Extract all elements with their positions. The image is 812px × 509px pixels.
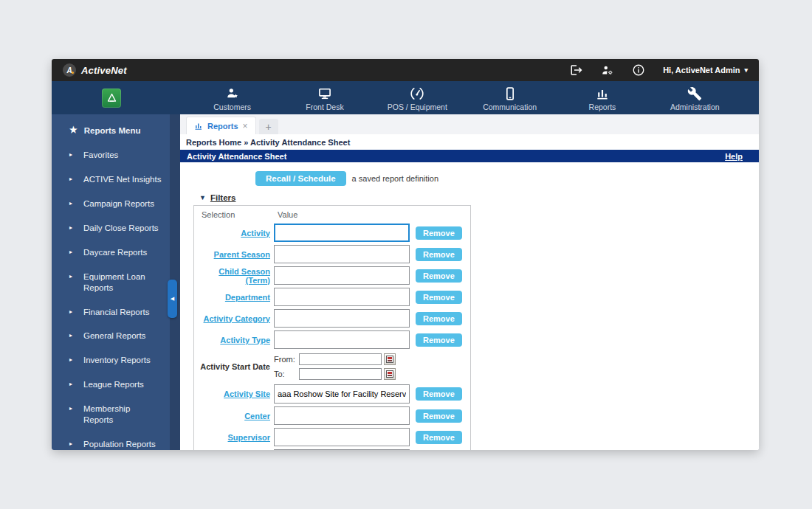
filter-label-link-center[interactable]: Center — [194, 412, 274, 420]
sidebar-item-league-reports[interactable]: ▸League Reports — [52, 373, 170, 397]
page-header-bar: Activity Attendance Sheet Help — [180, 150, 759, 162]
sidebar-item-daily-close-reports[interactable]: ▸Daily Close Reports — [52, 216, 170, 240]
calendar-picker-button[interactable] — [384, 353, 396, 365]
calendar-picker-button[interactable] — [384, 368, 396, 380]
nav-item-communication[interactable]: Communication — [479, 85, 541, 111]
filters-title: Filters — [210, 193, 236, 202]
filters-toggle[interactable]: ▼ Filters — [199, 193, 759, 202]
filter-label-link-activity-type[interactable]: Activity Type — [194, 336, 274, 344]
filter-label-link-activity[interactable]: Activity — [194, 229, 274, 238]
sidebar-item-label: Membership Reports — [83, 404, 162, 426]
bar-chart-icon — [194, 122, 203, 131]
info-icon[interactable] — [632, 63, 645, 77]
remove-button-activity-site[interactable]: Remove — [416, 387, 462, 401]
filter-value-input-department[interactable] — [274, 288, 410, 306]
filter-row-parent-season: Parent SeasonRemove — [194, 245, 470, 263]
filter-value-input-center[interactable] — [274, 406, 410, 425]
sidebar-collapse-handle[interactable]: ◀ — [168, 280, 177, 318]
expand-arrow-icon: ▸ — [69, 356, 77, 364]
filter-value-input-activity-category[interactable] — [274, 309, 410, 328]
tab-reports[interactable]: Reports × — [186, 117, 256, 134]
sidebar-strip: ◀ — [170, 114, 180, 450]
activenet-logo-icon: A — [63, 63, 76, 77]
column-header-selection: Selection — [194, 210, 278, 219]
filter-row-activity-site: Activity SiteRemove — [194, 384, 470, 404]
tab-close-icon[interactable]: × — [243, 121, 248, 131]
logout-icon[interactable] — [570, 63, 583, 77]
sidebar-item-label: Daily Close Reports — [83, 223, 159, 234]
module-nav: CustomersFront DeskPOS / EquipmentCommun… — [52, 81, 759, 114]
filter-label-link-department[interactable]: Department — [194, 293, 274, 302]
sidebar-item-general-reports[interactable]: ▸General Reports — [52, 324, 170, 348]
remove-button-parent-season[interactable]: Remove — [416, 248, 462, 261]
filter-value-input-parent-season[interactable] — [274, 245, 410, 263]
expand-arrow-icon: ▸ — [69, 151, 77, 159]
expand-arrow-icon: ▸ — [69, 332, 77, 339]
nav-item-label: Administration — [670, 103, 720, 111]
sidebar-item-label: Campaign Reports — [83, 198, 154, 210]
user-menu[interactable]: Hi, ActiveNet Admin ▾ — [663, 66, 748, 75]
main-area: ★Reports Menu▸Favorites▸ACTIVE Net Insig… — [52, 114, 759, 450]
filter-value-input-child-season-term[interactable] — [274, 266, 410, 285]
expand-arrow-icon: ▸ — [69, 176, 77, 183]
filter-value-input-row[interactable] — [274, 449, 410, 450]
sidebar-item-label: Population Reports — [83, 439, 156, 450]
sidebar-item-population-reports[interactable]: ▸Population Reports — [52, 432, 170, 450]
sidebar-item-financial-reports[interactable]: ▸Financial Reports — [52, 300, 170, 325]
breadcrumb[interactable]: Reports Home » Activity Attendance Sheet — [180, 134, 759, 150]
remove-button-activity-type[interactable]: Remove — [416, 333, 462, 347]
collapse-left-icon: ◀ — [171, 296, 174, 302]
recall-suffix-text: a saved report definition — [352, 174, 438, 183]
remove-button-center[interactable]: Remove — [416, 409, 462, 423]
filter-label-link-parent-season[interactable]: Parent Season — [194, 250, 274, 259]
remove-button-child-season-term[interactable]: Remove — [416, 269, 462, 283]
remove-button-department[interactable]: Remove — [416, 291, 462, 304]
filter-value-input-activity-site[interactable] — [274, 384, 410, 404]
nav-item-reports[interactable]: Reports — [571, 85, 633, 111]
sidebar-item-equipment-loan-reports[interactable]: ▸Equipment Loan Reports — [52, 265, 170, 300]
nav-item-administration[interactable]: Administration — [664, 85, 726, 111]
sidebar-item-campaign-reports[interactable]: ▸Campaign Reports — [52, 192, 170, 216]
recall-schedule-button[interactable]: Recall / Schedule — [255, 171, 346, 186]
date-from-input[interactable] — [299, 353, 382, 365]
sidebar-item-daycare-reports[interactable]: ▸Daycare Reports — [52, 240, 170, 265]
help-link[interactable]: Help — [725, 152, 743, 161]
nav-item-label: Reports — [589, 103, 616, 111]
brand-name: ActiveNet — [81, 65, 127, 76]
date-line-from: From: — [274, 353, 396, 365]
filter-row-supervisor: SupervisorRemove — [194, 428, 470, 446]
sidebar-item-favorites[interactable]: ▸Favorites — [52, 143, 170, 167]
filter-value-input-supervisor[interactable] — [274, 428, 410, 446]
sidebar-item-active-net-insights[interactable]: ▸ACTIVE Net Insights — [52, 167, 170, 192]
active-green-logo-icon[interactable] — [102, 89, 121, 108]
reports-sidebar: ★Reports Menu▸Favorites▸ACTIVE Net Insig… — [52, 114, 170, 450]
filter-label-link-supervisor[interactable]: Supervisor — [194, 433, 274, 442]
remove-button-supervisor[interactable]: Remove — [416, 431, 462, 444]
remove-button-activity-category[interactable]: Remove — [416, 312, 462, 325]
sidebar-item-reports-menu[interactable]: ★Reports Menu — [52, 119, 170, 143]
calendar-icon — [386, 356, 393, 363]
user-greeting: Hi, ActiveNet Admin — [663, 66, 740, 75]
nav-item-label: POS / Equipment — [388, 103, 447, 111]
from-label: From: — [274, 355, 299, 364]
triangle-down-icon: ▼ — [199, 194, 206, 201]
nav-item-label: Customers — [213, 103, 251, 111]
remove-button-activity[interactable]: Remove — [416, 226, 462, 240]
filter-label-link-activity-site[interactable]: Activity Site — [194, 389, 274, 398]
tab-add-button[interactable]: + — [259, 119, 278, 134]
manage-users-icon[interactable] — [601, 63, 614, 77]
filter-value-input-activity-type[interactable] — [274, 330, 410, 349]
nav-item-pos-equipment[interactable]: POS / Equipment — [386, 85, 448, 111]
filter-label-link-child-season-term[interactable]: Child Season (Term) — [194, 267, 274, 285]
nav-item-customers[interactable]: Customers — [202, 85, 264, 111]
pos-equipment-icon — [408, 86, 426, 101]
sidebar-item-membership-reports[interactable]: ▸Membership Reports — [52, 397, 170, 432]
topbar-actions: Hi, ActiveNet Admin ▾ — [570, 63, 748, 77]
filter-row-child-season-term: Child Season (Term)Remove — [194, 266, 470, 285]
sidebar-item-inventory-reports[interactable]: ▸Inventory Reports — [52, 348, 170, 373]
nav-item-front-desk[interactable]: Front Desk — [294, 85, 356, 111]
nav-item-label: Front Desk — [306, 103, 343, 111]
filter-label-link-activity-category[interactable]: Activity Category — [194, 314, 274, 323]
date-to-input[interactable] — [299, 368, 382, 380]
filter-value-input-activity[interactable] — [274, 224, 410, 242]
